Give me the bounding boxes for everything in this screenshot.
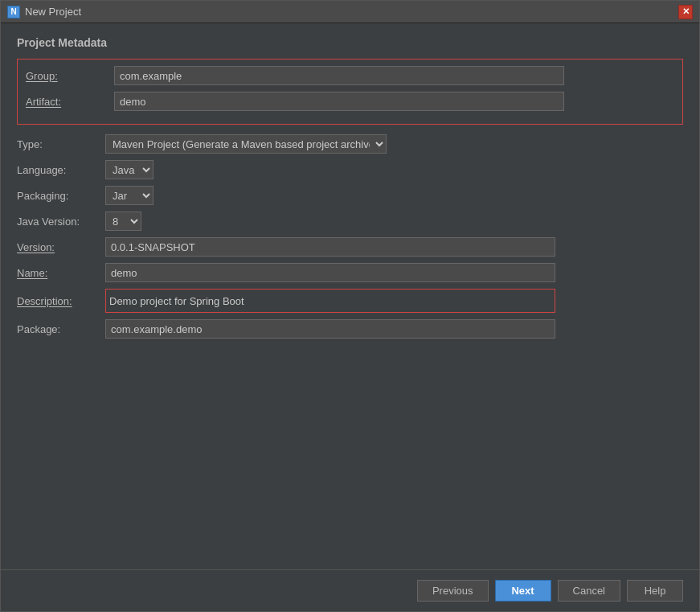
package-label: Package: xyxy=(17,323,105,335)
title-bar: N New Project ✕ xyxy=(1,1,699,23)
artifact-input[interactable] xyxy=(114,92,564,111)
name-input[interactable] xyxy=(105,263,555,282)
section-title: Project Metadata xyxy=(17,36,683,49)
packaging-row: Packaging: Jar War xyxy=(17,186,683,205)
type-row: Type: Maven Project (Generate a Maven ba… xyxy=(17,134,683,154)
next-button[interactable]: Next xyxy=(495,580,551,602)
main-content: Project Metadata Group: Artifact: Type: … xyxy=(1,23,699,569)
group-row: Group: xyxy=(26,66,674,85)
language-label: Language: xyxy=(17,164,105,176)
help-button[interactable]: Help xyxy=(627,580,683,602)
name-row: Name: xyxy=(17,263,683,282)
new-project-window: N New Project ✕ Project Metadata Group: … xyxy=(0,0,700,612)
footer: Previous Next Cancel Help xyxy=(1,569,699,611)
version-input[interactable] xyxy=(105,237,555,257)
description-row: Description: xyxy=(17,289,683,313)
language-select-container: Java Kotlin Groovy xyxy=(105,160,154,179)
java-version-select[interactable]: 8 11 17 21 xyxy=(105,212,141,231)
packaging-select-container: Jar War xyxy=(105,186,154,205)
java-version-label: Java Version: xyxy=(17,216,105,228)
language-row: Language: Java Kotlin Groovy xyxy=(17,160,683,179)
app-icon: N xyxy=(7,6,20,18)
artifact-label: Artifact: xyxy=(26,96,114,108)
version-row: Version: xyxy=(17,237,683,257)
title-bar-left: N New Project xyxy=(7,6,81,18)
language-select[interactable]: Java Kotlin Groovy xyxy=(105,160,154,179)
java-version-row: Java Version: 8 11 17 21 xyxy=(17,212,683,231)
cancel-button[interactable]: Cancel xyxy=(558,580,620,602)
group-artifact-box: Group: Artifact: xyxy=(17,59,683,125)
close-button[interactable]: ✕ xyxy=(678,5,693,19)
type-label: Type: xyxy=(17,138,105,150)
package-row: Package: xyxy=(17,319,683,339)
name-label: Name: xyxy=(17,267,105,279)
description-label: Description: xyxy=(17,295,105,307)
package-input[interactable] xyxy=(105,319,555,339)
previous-button[interactable]: Previous xyxy=(417,580,489,602)
java-version-select-container: 8 11 17 21 xyxy=(105,212,141,231)
type-select[interactable]: Maven Project (Generate a Maven based pr… xyxy=(105,134,387,154)
group-label: Group: xyxy=(26,70,114,82)
type-select-container: Maven Project (Generate a Maven based pr… xyxy=(105,134,387,154)
artifact-row: Artifact: xyxy=(26,92,674,111)
description-input[interactable] xyxy=(109,291,551,310)
packaging-label: Packaging: xyxy=(17,190,105,202)
description-highlight-box xyxy=(105,289,555,313)
group-input[interactable] xyxy=(114,66,564,85)
packaging-select[interactable]: Jar War xyxy=(105,186,154,205)
window-title: New Project xyxy=(25,6,81,18)
version-label: Version: xyxy=(17,241,105,253)
